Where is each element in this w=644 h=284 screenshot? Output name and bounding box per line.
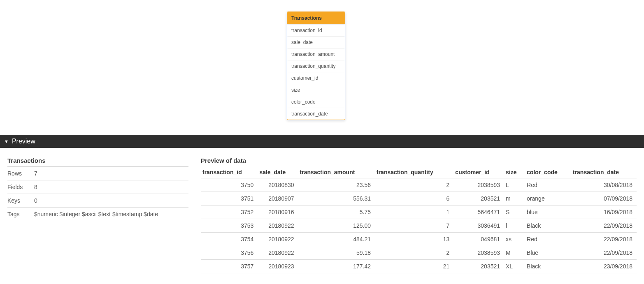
table-cell: 177.42 xyxy=(298,260,375,273)
table-cell: 3752 xyxy=(201,205,258,219)
preview-panel-label: Preview xyxy=(12,138,35,145)
column-header[interactable]: transaction_quantity xyxy=(375,166,453,178)
table-row[interactable]: 37502018083023.5622038593LRed30/08/2018 xyxy=(201,178,637,192)
meta-row: Keys0 xyxy=(7,194,188,208)
data-preview-panel: Preview of data transaction_idsale_datet… xyxy=(201,157,637,273)
table-card-field[interactable]: color_code xyxy=(287,96,345,108)
table-cell: 2 xyxy=(375,246,453,260)
table-cell: 22/09/2018 xyxy=(571,246,637,260)
table-cell: 2038593 xyxy=(453,246,504,260)
table-row[interactable]: 3752201809165.7515646471Sblue16/09/2018 xyxy=(201,205,637,219)
table-cell: l xyxy=(504,219,525,233)
table-cell: 3753 xyxy=(201,219,258,233)
table-row[interactable]: 37562018092259.1822038593MBlue22/09/2018 xyxy=(201,246,637,260)
table-cell: m xyxy=(504,192,525,205)
data-preview-table: transaction_idsale_datetransaction_amoun… xyxy=(201,166,637,273)
table-cell: 3756 xyxy=(201,246,258,260)
table-cell: Black xyxy=(525,260,571,273)
meta-value: $numeric $integer $ascii $text $timestam… xyxy=(34,211,188,217)
table-cell: 3754 xyxy=(201,233,258,246)
table-cell: 16/09/2018 xyxy=(571,205,637,219)
table-cell: 3750 xyxy=(201,178,258,192)
table-cell: 20180907 xyxy=(258,192,298,205)
table-cell: 20180922 xyxy=(258,246,298,260)
meta-value: 8 xyxy=(34,184,188,190)
meta-key: Fields xyxy=(7,184,34,190)
column-header[interactable]: transaction_id xyxy=(201,166,258,178)
table-cell: XL xyxy=(504,260,525,273)
table-cell: 20180922 xyxy=(258,219,298,233)
table-cell: 203521 xyxy=(453,192,504,205)
table-cell: 3036491 xyxy=(453,219,504,233)
table-row[interactable]: 375320180922125.0073036491lBlack22/09/20… xyxy=(201,219,637,233)
table-row[interactable]: 375720180923177.4221203521XLBlack23/09/2… xyxy=(201,260,637,273)
meta-row: Fields8 xyxy=(7,180,188,194)
table-cell: 21 xyxy=(375,260,453,273)
table-meta-title: Transactions xyxy=(7,157,188,167)
table-cell: 20180830 xyxy=(258,178,298,192)
table-cell: Red xyxy=(525,178,571,192)
table-cell: 2038593 xyxy=(453,178,504,192)
data-model-canvas[interactable]: Transactions transaction_idsale_datetran… xyxy=(0,0,644,135)
table-cell: M xyxy=(504,246,525,260)
meta-key: Rows xyxy=(7,170,34,177)
meta-value: 0 xyxy=(34,197,188,204)
table-cell: 20180922 xyxy=(258,233,298,246)
table-cell: 23.56 xyxy=(298,178,375,192)
table-row[interactable]: 375120180907556.316203521morange07/09/20… xyxy=(201,192,637,205)
preview-panel-body: Transactions Rows7Fields8Keys0Tags$numer… xyxy=(0,148,644,273)
table-card-field[interactable]: transaction_date xyxy=(287,108,345,120)
preview-panel-toggle[interactable]: ▼ Preview xyxy=(0,135,644,148)
column-header[interactable]: transaction_date xyxy=(571,166,637,178)
column-header[interactable]: transaction_amount xyxy=(298,166,375,178)
table-cell: orange xyxy=(525,192,571,205)
table-cell: S xyxy=(504,205,525,219)
table-cell: L xyxy=(504,178,525,192)
table-cell: 22/09/2018 xyxy=(571,233,637,246)
meta-key: Keys xyxy=(7,197,34,204)
column-header[interactable]: size xyxy=(504,166,525,178)
chevron-down-icon: ▼ xyxy=(4,139,9,144)
table-cell: 2 xyxy=(375,178,453,192)
table-card-transactions[interactable]: Transactions transaction_idsale_datetran… xyxy=(287,12,345,120)
table-card-title: Transactions xyxy=(287,12,345,24)
table-cell: 07/09/2018 xyxy=(571,192,637,205)
table-cell: 3757 xyxy=(201,260,258,273)
table-cell: Blue xyxy=(525,246,571,260)
table-cell: 484.21 xyxy=(298,233,375,246)
table-row[interactable]: 375420180922484.2113049681xsRed22/09/201… xyxy=(201,233,637,246)
table-cell: 20180923 xyxy=(258,260,298,273)
table-cell: 125.00 xyxy=(298,219,375,233)
column-header[interactable]: customer_id xyxy=(453,166,504,178)
table-cell: 13 xyxy=(375,233,453,246)
meta-row: Tags$numeric $integer $ascii $text $time… xyxy=(7,208,188,221)
table-card-field[interactable]: transaction_id xyxy=(287,24,345,36)
column-header[interactable]: sale_date xyxy=(258,166,298,178)
meta-row: Rows7 xyxy=(7,167,188,180)
table-cell: 203521 xyxy=(453,260,504,273)
meta-key: Tags xyxy=(7,211,34,217)
table-cell: 5646471 xyxy=(453,205,504,219)
table-meta-panel: Transactions Rows7Fields8Keys0Tags$numer… xyxy=(7,157,188,273)
table-cell: Red xyxy=(525,233,571,246)
table-cell: xs xyxy=(504,233,525,246)
table-cell: 20180916 xyxy=(258,205,298,219)
table-cell: 6 xyxy=(375,192,453,205)
table-card-field[interactable]: customer_id xyxy=(287,72,345,84)
table-cell: 5.75 xyxy=(298,205,375,219)
column-header[interactable]: color_code xyxy=(525,166,571,178)
table-cell: blue xyxy=(525,205,571,219)
table-cell: 30/08/2018 xyxy=(571,178,637,192)
data-preview-title: Preview of data xyxy=(201,157,637,166)
table-cell: 1 xyxy=(375,205,453,219)
table-card-field[interactable]: sale_date xyxy=(287,36,345,48)
table-cell: 7 xyxy=(375,219,453,233)
table-card-field[interactable]: size xyxy=(287,84,345,96)
table-card-field[interactable]: transaction_amount xyxy=(287,48,345,60)
table-cell: 22/09/2018 xyxy=(571,219,637,233)
table-cell: 59.18 xyxy=(298,246,375,260)
meta-value: 7 xyxy=(34,170,188,177)
table-cell: 556.31 xyxy=(298,192,375,205)
table-cell: Black xyxy=(525,219,571,233)
table-card-field[interactable]: transaction_quantity xyxy=(287,60,345,72)
